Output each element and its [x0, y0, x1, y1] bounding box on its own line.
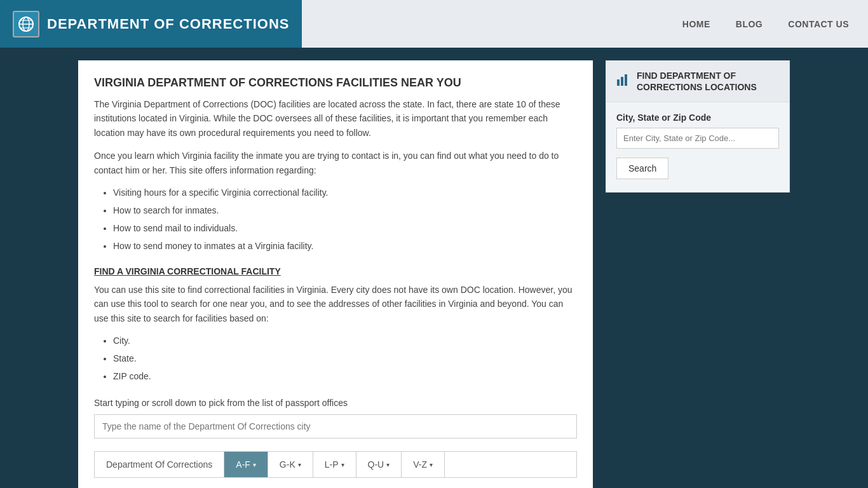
scroll-hint: Start typing or scroll down to pick from…	[94, 398, 577, 408]
brand-title: DEPARTMENT OF CORRECTIONS	[47, 16, 289, 32]
bullet-list-1: Visiting hours for a specific Virginia c…	[113, 184, 577, 255]
list-item: State.	[113, 349, 577, 367]
sidebar: FIND DEPARTMENT OF CORRECTIONS LOCATIONS…	[606, 60, 790, 193]
chevron-down-icon: ▾	[386, 461, 390, 468]
widget-title: FIND DEPARTMENT OF CORRECTIONS LOCATIONS	[637, 70, 779, 93]
content-area: VIRGINIA DEPARTMENT OF CORRECTIONS FACIL…	[78, 60, 593, 488]
bullet-list-2: City.State.ZIP code.	[113, 332, 577, 385]
zip-label: City, State or Zip Code	[616, 112, 779, 123]
tab-g-k[interactable]: G-K▾	[268, 452, 313, 477]
tab-q-u[interactable]: Q-U▾	[356, 452, 402, 477]
nav-contact[interactable]: CONTACT US	[788, 19, 849, 29]
chevron-down-icon: ▾	[253, 461, 256, 468]
header-brand: DEPARTMENT OF CORRECTIONS	[0, 0, 302, 48]
widget-body: City, State or Zip Code Search	[606, 112, 789, 179]
svg-rect-6	[621, 77, 623, 86]
intro-text: The Virginia Department of Corrections (…	[94, 97, 577, 140]
svg-rect-7	[625, 74, 627, 86]
chevron-down-icon: ▾	[298, 461, 301, 468]
list-item: City.	[113, 332, 577, 349]
nav-home[interactable]: HOME	[682, 19, 710, 29]
zip-input[interactable]	[616, 128, 779, 149]
section-text: You can use this site to find correction…	[94, 283, 577, 325]
page-title: VIRGINIA DEPARTMENT OF CORRECTIONS FACIL…	[94, 76, 577, 90]
bar-chart-icon	[616, 73, 630, 90]
globe-icon	[13, 11, 39, 37]
main-wrapper: VIRGINIA DEPARTMENT OF CORRECTIONS FACIL…	[69, 60, 799, 488]
chevron-down-icon: ▾	[430, 461, 433, 468]
list-item: ZIP code.	[113, 367, 577, 385]
widget-header: FIND DEPARTMENT OF CORRECTIONS LOCATIONS	[606, 61, 789, 102]
nav-blog[interactable]: BLOG	[736, 19, 763, 29]
search-button[interactable]: Search	[616, 158, 668, 179]
list-item: How to send mail to individuals.	[113, 219, 577, 237]
list-item: How to search for inmates.	[113, 201, 577, 219]
list-item: Visiting hours for a specific Virginia c…	[113, 184, 577, 201]
tab-l-p[interactable]: L-P▾	[313, 452, 356, 477]
second-para: Once you learn which Virginia facility t…	[94, 149, 577, 177]
tabs-container: Department Of Corrections A-F▾G-K▾L-P▾Q-…	[94, 451, 577, 478]
tab-v-z[interactable]: V-Z▾	[402, 452, 445, 477]
header-nav: HOME BLOG CONTACT US	[302, 0, 868, 48]
list-item: How to send money to inmates at a Virgin…	[113, 237, 577, 255]
tab-a-f[interactable]: A-F▾	[224, 452, 268, 477]
header: DEPARTMENT OF CORRECTIONS HOME BLOG CONT…	[0, 0, 868, 48]
svg-rect-5	[617, 79, 620, 86]
city-search-input[interactable]	[94, 414, 577, 438]
chevron-down-icon: ▾	[341, 461, 344, 468]
section-title: FIND A VIRGINIA CORRECTIONAL FACILITY	[94, 266, 577, 276]
find-widget: FIND DEPARTMENT OF CORRECTIONS LOCATIONS…	[606, 60, 790, 193]
tab-department: Department Of Corrections	[95, 452, 224, 477]
